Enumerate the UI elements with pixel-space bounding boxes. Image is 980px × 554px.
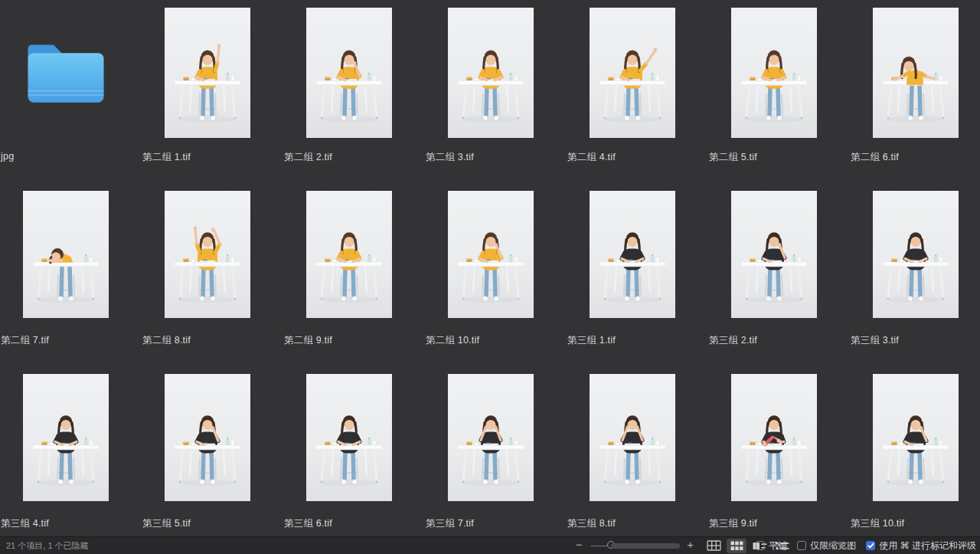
file-browser-grid: jpg第二组 1.tif第二组 2.tif第二组 3.tif第二组 4.tif第…: [0, 0, 980, 536]
file-item[interactable]: 第三组 6.tif: [283, 374, 425, 531]
file-item[interactable]: 第二组 8.tif: [142, 191, 283, 348]
file-thumbnail[interactable]: [873, 374, 959, 501]
file-thumbnail[interactable]: [448, 374, 534, 501]
file-label: 第二组 6.tif: [851, 151, 899, 164]
file-label: 第二组 3.tif: [426, 151, 474, 164]
file-item[interactable]: 第二组 1.tif: [142, 8, 283, 165]
file-label: 第三组 9.tif: [709, 517, 757, 530]
file-label: 第二组 8.tif: [142, 334, 191, 347]
file-label: 第二组 5.tif: [709, 151, 757, 164]
file-label: jpg: [1, 151, 14, 162]
file-thumbnail[interactable]: [873, 8, 959, 138]
file-item[interactable]: 第二组 10.tif: [425, 191, 567, 348]
file-label: 第三组 8.tif: [567, 517, 616, 530]
checkbox-label: 使用 ⌘ 进行标记和评级: [879, 539, 976, 552]
file-label: 第三组 10.tif: [851, 517, 904, 530]
file-item[interactable]: 第二组 9.tif: [283, 191, 425, 348]
checkbox-label: 平铺: [769, 539, 787, 552]
thumbnail-view-icon: [730, 541, 743, 551]
file-label: 第三组 2.tif: [709, 334, 757, 347]
file-thumbnail[interactable]: [306, 191, 392, 318]
file-thumbnail[interactable]: [165, 8, 250, 138]
file-item[interactable]: 第三组 10.tif: [850, 374, 980, 531]
zoom-out-button[interactable]: −: [576, 537, 583, 554]
file-item[interactable]: 第二组 7.tif: [0, 191, 142, 348]
file-item[interactable]: 第二组 3.tif: [425, 8, 567, 165]
file-thumbnail[interactable]: [23, 191, 109, 318]
folder-icon[interactable]: [23, 8, 109, 138]
file-thumbnail[interactable]: [306, 374, 392, 501]
thumbnail-size-slider[interactable]: − +: [573, 537, 695, 554]
file-thumbnail[interactable]: [731, 191, 817, 318]
file-label: 第三组 6.tif: [284, 517, 332, 530]
option-cmd-tag-rating[interactable]: 使用 ⌘ 进行标记和评级: [866, 539, 976, 552]
status-text: 21 个项目, 1 个已隐藏: [6, 537, 89, 554]
status-bar: 21 个项目, 1 个已隐藏 − + 平铺仅限缩览图使用 ⌘ 进行标记和评级: [0, 536, 980, 554]
zoom-in-button[interactable]: +: [687, 537, 694, 554]
file-item[interactable]: 第三组 5.tif: [142, 374, 283, 531]
file-thumbnail[interactable]: [306, 8, 392, 138]
file-thumbnail[interactable]: [23, 374, 109, 501]
file-label: 第三组 5.tif: [142, 517, 191, 530]
grid-lock-icon: [707, 540, 721, 551]
file-label: 第三组 3.tif: [851, 334, 899, 347]
file-label: 第二组 7.tif: [1, 334, 49, 347]
file-item[interactable]: 第三组 9.tif: [708, 374, 850, 531]
file-item[interactable]: 第二组 6.tif: [850, 8, 980, 165]
slider-track-right[interactable]: [611, 543, 680, 549]
view-button-grid-lock[interactable]: [704, 539, 724, 553]
file-item[interactable]: 第三组 3.tif: [850, 191, 980, 348]
file-thumbnail[interactable]: [165, 374, 250, 501]
file-item[interactable]: 第三组 7.tif: [425, 374, 567, 531]
view-button-thumbnail-view[interactable]: [727, 539, 746, 553]
file-thumbnail[interactable]: [731, 8, 817, 138]
file-item[interactable]: 第二组 5.tif: [708, 8, 850, 165]
file-label: 第三组 7.tif: [426, 517, 474, 530]
checkbox-label: 仅限缩览图: [810, 539, 856, 552]
file-item-folder[interactable]: jpg: [0, 8, 142, 165]
file-thumbnail[interactable]: [873, 191, 959, 318]
file-label: 第二组 9.tif: [284, 334, 332, 347]
file-thumbnail[interactable]: [165, 191, 250, 318]
file-label: 第二组 1.tif: [142, 151, 191, 164]
file-label: 第三组 1.tif: [567, 334, 616, 347]
checkbox-unchecked[interactable]: [797, 541, 806, 550]
file-thumbnail[interactable]: [590, 191, 675, 318]
file-label: 第三组 4.tif: [1, 517, 49, 530]
file-item[interactable]: 第三组 2.tif: [708, 191, 850, 348]
file-item[interactable]: 第三组 8.tif: [567, 374, 708, 531]
file-label: 第二组 10.tif: [426, 334, 479, 347]
file-thumbnail[interactable]: [590, 374, 675, 501]
file-thumbnail[interactable]: [448, 191, 534, 318]
file-thumbnail[interactable]: [590, 8, 675, 138]
checkbox-unchecked[interactable]: [756, 541, 765, 550]
file-thumbnail[interactable]: [448, 8, 534, 138]
option-checkboxes: 平铺仅限缩览图使用 ⌘ 进行标记和评级: [756, 537, 976, 554]
file-thumbnail[interactable]: [731, 374, 817, 501]
file-item[interactable]: 第二组 4.tif: [567, 8, 708, 165]
file-item[interactable]: 第三组 1.tif: [567, 191, 708, 348]
file-label: 第二组 2.tif: [284, 151, 332, 164]
file-item[interactable]: 第二组 2.tif: [283, 8, 425, 165]
checkbox-checked[interactable]: [866, 541, 875, 550]
option-thumbnails-only[interactable]: 仅限缩览图: [797, 539, 856, 552]
file-label: 第二组 4.tif: [567, 151, 616, 164]
file-item[interactable]: 第三组 4.tif: [0, 374, 142, 531]
option-tile[interactable]: 平铺: [756, 539, 787, 552]
